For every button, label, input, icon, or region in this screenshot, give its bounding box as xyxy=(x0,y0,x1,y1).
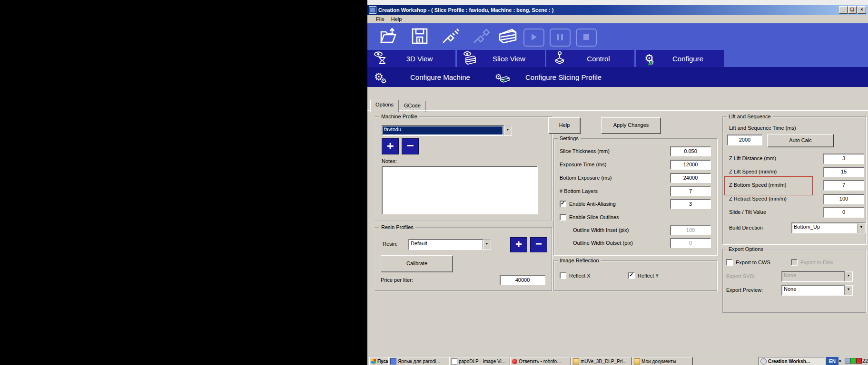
lift-time-input[interactable]: 2000 xyxy=(727,134,762,145)
window-title: Creation Workshop - ( Slice Profile : fa… xyxy=(378,7,839,13)
menu-help[interactable]: Help xyxy=(388,15,405,23)
reflect-y-checkbox[interactable] xyxy=(628,272,635,279)
tab-control[interactable]: Control xyxy=(546,50,634,67)
slice-cake-icon xyxy=(498,28,518,46)
bottom-layers-input[interactable]: 7 xyxy=(670,186,711,196)
taskbar-item-label: Мои документы xyxy=(641,359,676,364)
language-indicator[interactable]: EN xyxy=(826,357,838,365)
tray-status-red-icon[interactable] xyxy=(856,358,862,364)
z-retract-speed-input[interactable]: 100 xyxy=(823,194,864,204)
export-disk-checkbox xyxy=(791,259,798,266)
setting-label: # Bottom Layers xyxy=(560,188,598,194)
z-lift-speed-input[interactable]: 15 xyxy=(823,167,864,177)
calibrate-button[interactable]: Calibrate xyxy=(381,255,453,272)
title-bar[interactable]: Creation Workshop - ( Slice Profile : fa… xyxy=(367,5,868,15)
speaker-icon[interactable] xyxy=(845,358,850,364)
gear-icon xyxy=(760,358,767,365)
open-button[interactable] xyxy=(378,27,400,47)
machine-profile-combobox[interactable]: favtodu ▼ xyxy=(382,125,512,136)
outline-inset-input: 100 xyxy=(670,225,711,235)
options-page: Options GCode Machine Profile favtodu ▼ … xyxy=(367,87,868,365)
tab-slice-view[interactable]: Slice View xyxy=(457,50,545,67)
notes-textarea[interactable] xyxy=(382,166,538,214)
close-button[interactable]: × xyxy=(858,6,866,14)
chevron-down-icon[interactable]: ▼ xyxy=(503,125,512,135)
add-machine-profile-button[interactable]: + xyxy=(382,138,399,154)
tab-options[interactable]: Options xyxy=(370,100,399,112)
subnav-configure-machine[interactable]: ⚙⚙ Configure Machine xyxy=(374,67,470,87)
export-preview-label: Export Preview: xyxy=(726,287,763,293)
start-button[interactable]: Пуск xyxy=(369,357,390,365)
subnav-configure-slicing-profile[interactable]: ⚙ ✓ Configure Slicing Profile xyxy=(495,67,602,87)
taskbar-item-my-documents[interactable]: Мои документы xyxy=(632,357,693,365)
minimize-button[interactable]: _ xyxy=(839,6,848,14)
add-resin-button[interactable]: + xyxy=(510,237,527,252)
export-cws-label: Export to CWS xyxy=(736,259,770,265)
chevron-down-icon[interactable]: ▼ xyxy=(483,240,491,250)
creation-workshop-window: Creation Workshop - ( Slice Profile : fa… xyxy=(367,5,868,365)
build-direction-combobox[interactable]: Bottom_Up ▼ xyxy=(791,222,866,233)
taskbar-item-browser[interactable]: Ответить • rohofo... xyxy=(510,357,571,365)
exposure-time-input[interactable]: 12000 xyxy=(670,160,711,170)
setting-label: Outline Width Outset (pix) xyxy=(573,240,633,246)
help-button[interactable]: Help xyxy=(548,117,581,134)
tab-label: Slice View xyxy=(480,55,538,63)
background-window-strip xyxy=(367,0,868,5)
tray-status-green-icon[interactable] xyxy=(850,358,856,364)
anti-aliasing-value-input[interactable]: 3 xyxy=(670,199,711,209)
export-svg-combobox: None ▼ xyxy=(781,271,853,282)
slice-outlines-checkbox[interactable] xyxy=(560,214,566,221)
price-per-liter-input[interactable]: 40000 xyxy=(500,275,545,285)
chevron-down-icon[interactable]: ▼ xyxy=(844,285,852,295)
auto-calc-button[interactable]: Auto Calc xyxy=(767,134,834,147)
remove-machine-profile-button[interactable]: − xyxy=(402,138,419,154)
tray-expand-chevrons[interactable]: « xyxy=(838,358,841,364)
export-disk-label: Export to Disk xyxy=(800,259,833,265)
slide-tilt-input[interactable]: 0 xyxy=(823,207,864,218)
machine-profile-value: favtodu xyxy=(383,126,503,134)
save-button[interactable] xyxy=(409,27,431,47)
windows-logo-icon xyxy=(371,359,376,364)
taskbar-item-folder-muve[interactable]: mUVe_3D_DLP_Pri... xyxy=(571,357,632,365)
taskbar-item-shortcut[interactable]: Ярлык для parodl... xyxy=(388,357,449,365)
bottom-exposure-input[interactable]: 24000 xyxy=(670,173,711,183)
menu-file[interactable]: File xyxy=(373,15,388,23)
3d-view-icon xyxy=(371,51,390,67)
connect-button[interactable] xyxy=(440,27,462,47)
apply-changes-button[interactable]: Apply Changes xyxy=(601,117,661,134)
disconnect-button xyxy=(471,27,493,47)
restore-button[interactable]: ❏ xyxy=(848,6,857,14)
export-preview-combobox[interactable]: None ▼ xyxy=(781,285,853,296)
resin-label: Resin: xyxy=(383,241,397,247)
slice-button[interactable] xyxy=(497,27,519,47)
play-button xyxy=(523,29,544,47)
taskbar-item-label: mUVe_3D_DLP_Pri... xyxy=(581,359,627,364)
taskbar-item-label: Ярлык для parodl... xyxy=(398,359,440,364)
group-title: Export Options xyxy=(727,246,765,252)
document-icon xyxy=(451,358,457,365)
export-cws-checkbox[interactable] xyxy=(726,259,733,266)
pause-icon xyxy=(555,32,565,43)
setting-label: Slice Thickness (mm) xyxy=(560,148,610,154)
z-bottom-speed-input[interactable]: 7 xyxy=(823,180,864,191)
slice-view-icon xyxy=(461,51,480,67)
stop-button xyxy=(576,29,597,47)
taskbar-item-creation-workshop[interactable]: Creation Worksh... xyxy=(759,357,825,365)
z-lift-distance-input[interactable]: 3 xyxy=(823,154,864,164)
group-title: Settings xyxy=(558,135,581,141)
tab-label: Configure xyxy=(659,55,717,63)
anti-aliasing-checkbox[interactable] xyxy=(560,201,566,207)
tab-configure[interactable]: ⚙⚙ ✓ Configure xyxy=(636,50,724,67)
slice-thickness-input[interactable]: 0.050 xyxy=(670,146,711,156)
taskbar-item-image-viewer[interactable]: papoDLP - Image Vi... xyxy=(449,357,510,365)
export-svg-label: Export SVG: xyxy=(726,273,755,279)
notes-label: Notes: xyxy=(382,158,397,164)
chevron-down-icon[interactable]: ▼ xyxy=(857,223,865,233)
tab-3d-view[interactable]: 3D View xyxy=(367,50,455,67)
play-icon xyxy=(529,32,539,43)
remove-resin-button[interactable]: − xyxy=(530,237,547,252)
reflect-x-checkbox[interactable] xyxy=(560,272,566,279)
setting-label: Outline Width Inset (pix) xyxy=(573,227,629,233)
resin-combobox[interactable]: Default ▼ xyxy=(408,239,491,250)
subnav-label: Configure Machine xyxy=(410,73,470,81)
